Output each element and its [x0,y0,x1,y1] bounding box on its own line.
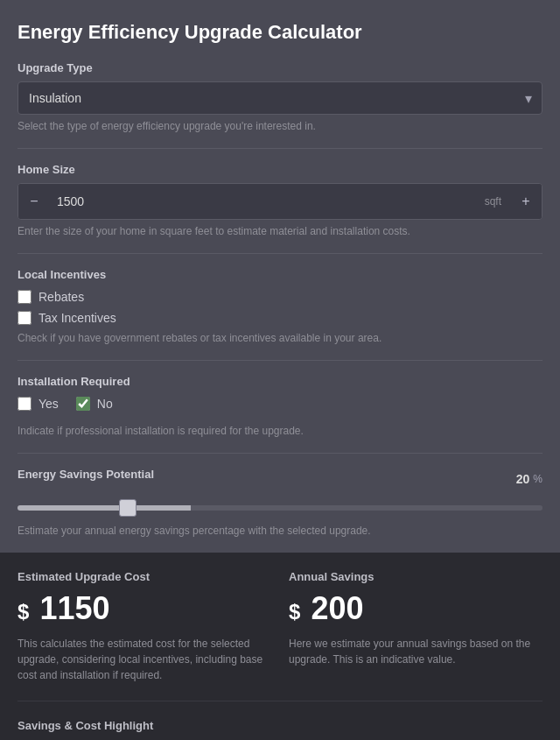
installation-group: Installation Required Yes No Indicate if… [18,375,542,437]
installation-no-checkbox[interactable] [76,397,90,411]
installation-yes-label[interactable]: Yes [38,397,59,411]
installation-label: Installation Required [18,375,542,388]
installation-no-row: No [76,397,113,411]
installation-yes-checkbox[interactable] [18,397,32,411]
cost-value: $ 1150 [18,590,271,627]
results-grid: Estimated Upgrade Cost $ 1150 This calcu… [18,570,542,683]
upgrade-type-label: Upgrade Type [18,61,542,74]
calculator-container: Energy Efficiency Upgrade Calculator Upg… [0,0,560,537]
highlight-section: Savings & Cost Highlight Savings likely … [18,701,542,740]
savings-desc: Here we estimate your annual savings bas… [289,636,542,667]
cost-amount: 1150 [39,590,109,626]
energy-savings-value: 20 [516,472,530,486]
local-incentives-group: Local Incentives Rebates Tax Incentives … [18,268,542,344]
local-incentives-label: Local Incentives [18,268,542,281]
rebates-row: Rebates [18,290,542,304]
savings-value: $ 200 [289,590,542,627]
home-size-input-row: − sqft + [18,183,542,220]
highlight-label: Savings & Cost Highlight [18,719,542,732]
upgrade-type-hint: Select the type of energy efficiency upg… [18,120,542,132]
local-incentives-hint: Check if you have government rebates or … [18,332,542,344]
installation-hint: Indicate if professional installation is… [18,425,542,437]
divider-1 [18,148,542,149]
cost-card: Estimated Upgrade Cost $ 1150 This calcu… [18,570,271,683]
divider-3 [18,360,542,361]
home-size-label: Home Size [18,163,542,176]
home-size-hint: Enter the size of your home in square fe… [18,225,542,237]
cost-desc: This calculates the estimated cost for t… [18,636,271,683]
energy-savings-hint: Estimate your annual energy savings perc… [18,525,542,537]
energy-savings-label: Energy Savings Potential [18,468,154,481]
upgrade-type-group: Upgrade Type Insulation Windows HVAC Sol… [18,61,542,132]
energy-savings-group: Energy Savings Potential 20 % Estimate y… [18,468,542,537]
rebates-label[interactable]: Rebates [38,290,84,304]
tax-incentives-label[interactable]: Tax Incentives [38,311,116,325]
increment-button[interactable]: + [510,184,542,219]
savings-currency: $ [289,600,300,624]
cost-label: Estimated Upgrade Cost [18,570,271,583]
home-size-input[interactable] [50,184,476,219]
results-section: Estimated Upgrade Cost $ 1150 This calcu… [0,553,560,740]
cost-currency: $ [18,600,29,624]
tax-incentives-checkbox[interactable] [18,311,32,325]
divider-2 [18,253,542,254]
home-size-group: Home Size − sqft + Enter the size of you… [18,163,542,237]
installation-no-label[interactable]: No [97,397,113,411]
divider-4 [18,453,542,454]
energy-savings-slider[interactable] [18,505,542,511]
page-title: Energy Efficiency Upgrade Calculator [18,21,542,44]
savings-amount: 200 [311,590,363,626]
savings-card: Annual Savings $ 200 Here we estimate yo… [289,570,542,683]
upgrade-type-select[interactable]: Insulation Windows HVAC Solar Panels Wat… [18,81,542,115]
energy-savings-unit: % [533,473,542,485]
installation-yes-row: Yes [18,397,59,411]
energy-savings-header: Energy Savings Potential 20 % [18,468,542,490]
tax-incentives-row: Tax Incentives [18,311,542,325]
upgrade-type-select-wrapper: Insulation Windows HVAC Solar Panels Wat… [18,81,542,115]
rebates-checkbox[interactable] [18,290,32,304]
savings-label: Annual Savings [289,570,542,583]
sqft-unit: sqft [476,195,510,208]
energy-savings-value-row: 20 % [516,472,542,486]
decrement-button[interactable]: − [18,184,50,219]
